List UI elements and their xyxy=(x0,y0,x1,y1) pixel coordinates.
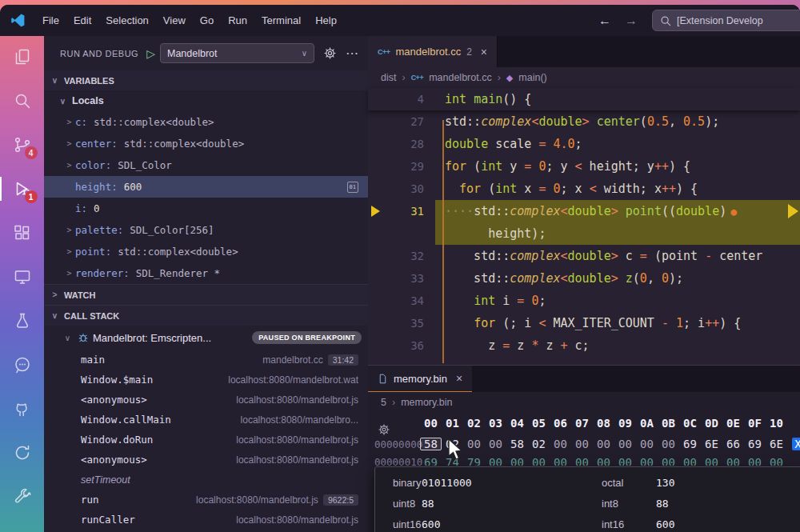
more-actions-icon[interactable]: ⋯ xyxy=(346,46,358,61)
hex-byte[interactable]: 00 xyxy=(463,438,485,450)
live-share-icon[interactable] xyxy=(13,443,32,462)
stack-frame[interactable]: runCallerlocalhost:8080/mandelbrot.js xyxy=(44,510,368,530)
close-icon[interactable]: × xyxy=(481,46,487,58)
variable-row-point[interactable]: >point:std::complex<double> xyxy=(44,241,368,262)
gutter[interactable]: 33 xyxy=(368,267,435,290)
gear-icon[interactable] xyxy=(324,47,336,59)
hex-byte[interactable]: 00 xyxy=(636,438,658,450)
gutter[interactable]: 29 xyxy=(368,155,435,178)
variable-row-color[interactable]: >color:SDL_Color xyxy=(44,154,368,176)
breadcrumb-folder[interactable]: dist xyxy=(381,72,396,83)
stack-frame[interactable]: mainmandelbrot.cc31:42 xyxy=(44,350,368,370)
hex-byte[interactable]: 69 xyxy=(420,456,442,466)
hex-byte[interactable]: 74 xyxy=(442,456,463,466)
code-line-29[interactable]: 29for (int y = 0; y < height; y++) { xyxy=(368,155,800,178)
hex-byte[interactable]: 79 xyxy=(463,456,485,466)
code-editor[interactable]: 27std::complex<double> center(0.5, 0.5);… xyxy=(368,110,800,365)
gutter[interactable] xyxy=(368,222,435,245)
hex-byte[interactable]: 00 xyxy=(722,456,744,466)
hex-byte[interactable]: 00 xyxy=(593,438,614,450)
hex-byte[interactable]: 00 xyxy=(571,456,593,466)
chat-icon[interactable] xyxy=(13,355,32,374)
hex-byte[interactable]: 58 xyxy=(420,438,442,450)
source-control-icon[interactable]: 4 xyxy=(13,135,32,154)
code-line-wrap[interactable]: height); xyxy=(368,222,800,245)
back-arrow-icon[interactable]: ← xyxy=(598,14,611,28)
hex-byte[interactable]: 00 xyxy=(506,456,528,466)
code-line-34[interactable]: 34 int i = 0; xyxy=(368,290,800,312)
hex-byte[interactable]: 00 xyxy=(485,456,506,466)
hex-byte[interactable]: 00 xyxy=(550,456,571,466)
variables-section-header[interactable]: ∨ VARIABLES xyxy=(44,70,368,90)
breadcrumb-symbol[interactable]: main() xyxy=(518,72,546,83)
hex-byte[interactable]: 66 xyxy=(722,438,744,450)
hex-byte[interactable]: 00 xyxy=(744,456,766,466)
forward-arrow-icon[interactable]: → xyxy=(625,14,638,28)
gutter[interactable]: 32 xyxy=(368,245,435,267)
tab-memory-bin[interactable]: memory.bin × xyxy=(368,366,472,392)
code-line-31[interactable]: 31····std::complex<double> point((double… xyxy=(368,200,800,222)
github-icon[interactable] xyxy=(13,399,32,418)
stack-frame[interactable]: Window.$mainlocalhost:8080/mandelbrot.wa… xyxy=(44,370,368,390)
start-debug-button[interactable]: ▷ xyxy=(146,47,155,60)
stack-frame[interactable]: <anonymous>localhost:8080/mandelbrot.js xyxy=(44,450,368,470)
breadcrumb-file[interactable]: mandelbrot.cc xyxy=(429,72,492,83)
menu-terminal[interactable]: Terminal xyxy=(254,10,308,31)
sticky-scroll-line[interactable]: 4 int main() { xyxy=(368,88,800,110)
code-line-33[interactable]: 33 std::complex<double> z(0, 0); xyxy=(368,267,800,290)
hex-byte[interactable]: 00 xyxy=(571,438,593,450)
menu-view[interactable]: View xyxy=(156,10,193,31)
code-line-36[interactable]: 36 z = z * z + c; xyxy=(368,334,800,357)
variable-row-c[interactable]: >c:std::complex<double> xyxy=(44,111,368,133)
variable-row-height[interactable]: height:60001 xyxy=(44,176,368,198)
variable-row-palette[interactable]: >palette:SDL_Color[256] xyxy=(44,219,368,241)
hex-byte[interactable]: 00 xyxy=(614,438,636,450)
gutter[interactable]: 31 xyxy=(368,200,435,222)
scope-locals[interactable]: ∨ Locals xyxy=(44,90,368,111)
hex-byte[interactable]: 6E xyxy=(766,438,787,450)
code-line-28[interactable]: 28double scale = 4.0; xyxy=(368,133,800,155)
hex-byte[interactable]: 00 xyxy=(701,456,722,466)
menu-selection[interactable]: Selection xyxy=(98,10,155,31)
gutter[interactable]: 28 xyxy=(368,133,435,155)
launch-config-select[interactable]: Mandelbrot ∨ xyxy=(160,43,314,63)
code-line-32[interactable]: 32 std::complex<double> c = (point - cen… xyxy=(368,245,800,267)
gutter[interactable]: 35 xyxy=(368,312,435,334)
gutter[interactable]: 27 xyxy=(368,110,435,133)
explorer-icon[interactable] xyxy=(13,47,32,66)
menu-edit[interactable]: Edit xyxy=(66,10,98,31)
menu-help[interactable]: Help xyxy=(308,10,344,31)
hex-byte[interactable]: 00 xyxy=(528,456,550,466)
stack-frame[interactable]: runlocalhost:8080/mandelbrot.js9622:5 xyxy=(44,490,368,510)
stack-frame[interactable]: Window.callMainlocalhost:8080/mandelbro.… xyxy=(44,410,368,430)
hex-byte[interactable]: 00 xyxy=(614,456,636,466)
code-line-30[interactable]: 30 for (int x = 0; x < width; x++) { xyxy=(368,178,800,200)
hex-byte[interactable]: 02 xyxy=(442,438,463,450)
variable-row-i[interactable]: i:0 xyxy=(44,198,368,219)
hex-byte[interactable]: 00 xyxy=(658,438,679,450)
command-center-search[interactable]: [Extension Develop xyxy=(652,10,800,31)
gutter[interactable]: 36 xyxy=(368,334,435,357)
stack-frame[interactable]: Window.doRunlocalhost:8080/mandelbrot.js xyxy=(44,430,368,450)
search-view-icon[interactable] xyxy=(13,91,32,110)
hex-byte[interactable]: 00 xyxy=(658,456,679,466)
hex-byte[interactable]: 00 xyxy=(679,456,701,466)
menu-go[interactable]: Go xyxy=(193,10,221,31)
hex-byte[interactable]: 6E xyxy=(701,438,722,450)
callstack-section-header[interactable]: ∨ CALL STACK xyxy=(44,305,368,326)
code-line-27[interactable]: 27std::complex<double> center(0.5, 0.5); xyxy=(368,110,800,133)
decoded-text-cell[interactable]: X xyxy=(792,438,800,450)
variable-row-renderer[interactable]: >renderer:SDL_Renderer * xyxy=(44,262,368,284)
hex-byte[interactable]: 00 xyxy=(550,438,571,450)
hex-byte[interactable]: 00 xyxy=(485,438,506,450)
gutter[interactable]: 34 xyxy=(368,290,435,312)
run-and-debug-icon[interactable]: 1 xyxy=(13,179,32,198)
gutter[interactable]: 30 xyxy=(368,178,435,200)
breadcrumb-item[interactable]: memory.bin xyxy=(401,397,452,408)
inline-breakpoint-icon[interactable]: ● xyxy=(730,206,737,218)
close-icon[interactable]: × xyxy=(456,372,462,385)
menu-run[interactable]: Run xyxy=(221,10,254,31)
stack-frame[interactable]: setTimeout xyxy=(44,470,368,490)
stack-frame[interactable]: <anonymous>localhost:8080/mandelbrot.js xyxy=(44,390,368,410)
remote-explorer-icon[interactable] xyxy=(13,267,32,286)
